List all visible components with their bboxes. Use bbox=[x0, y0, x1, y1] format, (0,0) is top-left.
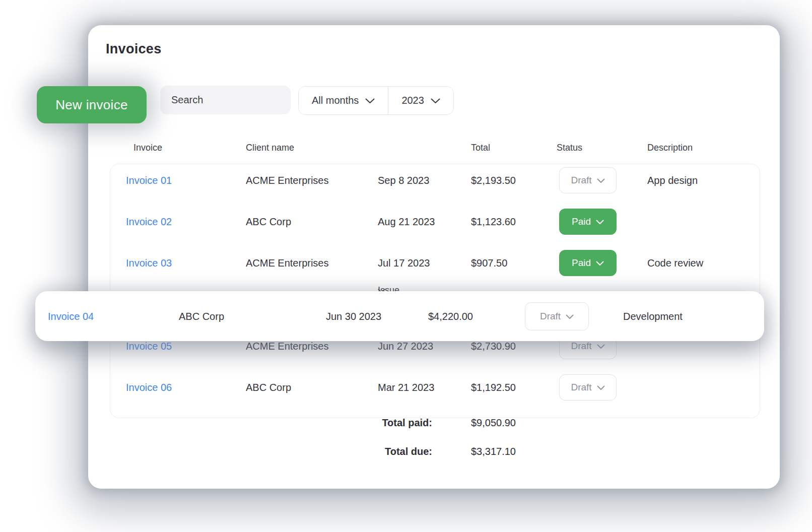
table-row: Invoice 03 ACME Enterprises Jul 17 2023 … bbox=[110, 242, 759, 284]
chevron-down-icon bbox=[596, 257, 604, 269]
invoice-link[interactable]: Invoice 03 bbox=[126, 257, 172, 269]
invoice-link[interactable]: Invoice 05 bbox=[126, 341, 172, 352]
invoice-link[interactable]: Invoice 06 bbox=[126, 382, 172, 393]
invoice-total: $4,220.00 bbox=[428, 310, 473, 322]
total-due-value: $3,317.10 bbox=[471, 446, 516, 457]
column-header-description: Description bbox=[647, 143, 693, 153]
invoice-total: $2,193.50 bbox=[471, 175, 516, 186]
invoice-description: Code review bbox=[647, 257, 703, 269]
chevron-down-icon bbox=[597, 341, 605, 352]
invoice-total: $1,192.50 bbox=[471, 382, 516, 393]
total-paid-value: $9,050.90 bbox=[471, 417, 516, 429]
status-dropdown[interactable]: Draft bbox=[525, 302, 589, 330]
issue-date: Sep 8 2023 bbox=[378, 175, 429, 186]
status-value: Draft bbox=[571, 341, 591, 352]
total-paid-label: Total paid: bbox=[352, 417, 432, 429]
total-due-label: Total due: bbox=[352, 446, 432, 457]
chevron-down-icon bbox=[596, 216, 604, 227]
chevron-down-icon bbox=[566, 311, 574, 322]
table-row: Invoice 02 ABC Corp Aug 21 2023 $1,123.6… bbox=[110, 201, 759, 242]
issue-date: Jul 17 2023 bbox=[378, 257, 430, 269]
client-name: ACME Enterprises bbox=[246, 341, 329, 352]
search-input[interactable] bbox=[160, 86, 291, 114]
year-filter-value: 2023 bbox=[401, 95, 424, 106]
column-header-client: Client name bbox=[246, 143, 294, 153]
table-row: Invoice 01 ACME Enterprises Sep 8 2023 $… bbox=[110, 160, 759, 201]
issue-date: Jun 30 2023 bbox=[326, 310, 381, 322]
issue-date: Jun 27 2023 bbox=[378, 341, 433, 352]
client-name: ABC Corp bbox=[246, 382, 291, 393]
chevron-down-icon bbox=[597, 175, 605, 186]
month-filter-dropdown[interactable]: All months bbox=[299, 87, 388, 114]
new-invoice-button[interactable]: New invoice bbox=[37, 86, 147, 123]
client-name: ABC Corp bbox=[246, 216, 291, 228]
year-filter-dropdown[interactable]: 2023 bbox=[388, 87, 453, 114]
invoice-description: App design bbox=[647, 175, 698, 186]
page-title: Invoices bbox=[106, 41, 161, 57]
chevron-down-icon bbox=[597, 382, 605, 393]
client-name: ABC Corp bbox=[179, 310, 224, 322]
issue-date: Mar 21 2023 bbox=[378, 382, 434, 393]
status-value: Paid bbox=[572, 257, 591, 269]
invoice-total: $1,123.60 bbox=[471, 216, 516, 228]
status-dropdown[interactable]: Draft bbox=[559, 374, 617, 401]
column-header-total: Total bbox=[471, 143, 490, 153]
filter-group: All months 2023 bbox=[298, 86, 454, 115]
status-dropdown[interactable]: Draft bbox=[559, 167, 617, 193]
table-row: Invoice 06 ABC Corp Mar 21 2023 $1,192.5… bbox=[110, 367, 759, 408]
invoice-total: $2,730.90 bbox=[471, 341, 516, 352]
status-dropdown[interactable]: Paid bbox=[559, 250, 617, 276]
client-name: ACME Enterprises bbox=[246, 175, 329, 186]
column-header-invoice: Invoice bbox=[133, 143, 162, 153]
chevron-down-icon bbox=[365, 95, 375, 106]
invoice-description: Development bbox=[623, 310, 683, 322]
table-row-dragged[interactable]: Invoice 04 ABC Corp Jun 30 2023 $4,220.0… bbox=[35, 291, 764, 341]
month-filter-value: All months bbox=[312, 95, 359, 106]
invoice-total: $907.50 bbox=[471, 257, 507, 269]
client-name: ACME Enterprises bbox=[246, 257, 329, 269]
status-dropdown[interactable]: Paid bbox=[559, 209, 617, 235]
status-value: Draft bbox=[571, 175, 591, 186]
status-value: Draft bbox=[571, 382, 591, 393]
status-value: Draft bbox=[540, 311, 561, 322]
issue-date: Aug 21 2023 bbox=[378, 216, 435, 228]
status-value: Paid bbox=[572, 216, 591, 227]
chevron-down-icon bbox=[431, 95, 440, 106]
column-header-status: Status bbox=[557, 143, 582, 153]
invoice-link[interactable]: Invoice 02 bbox=[126, 216, 172, 228]
invoice-link[interactable]: Invoice 04 bbox=[48, 310, 94, 322]
invoice-link[interactable]: Invoice 01 bbox=[126, 175, 172, 186]
